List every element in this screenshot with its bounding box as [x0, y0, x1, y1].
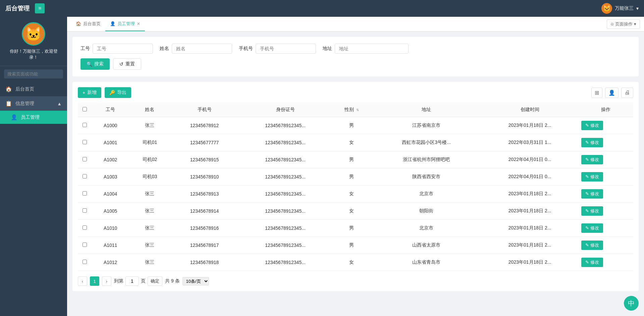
row-checkbox[interactable]: [83, 123, 87, 127]
cell-idcard: 12345678912345...: [239, 117, 331, 134]
per-page-select[interactable]: 10条/页 20条/页 50条/页: [182, 277, 209, 285]
name-input[interactable]: [172, 44, 232, 54]
sidebar-search-input[interactable]: [4, 69, 63, 78]
cell-address: 北京市: [372, 186, 481, 203]
modify-button[interactable]: ✎ 修改: [581, 155, 603, 164]
page-ops-arrow: ▾: [634, 21, 636, 27]
cell-gender: 男: [332, 168, 372, 186]
modify-button[interactable]: ✎ 修改: [581, 189, 603, 199]
cell-created: 2023年01月18日 2...: [481, 186, 579, 203]
table-row: A1010 张三 12345678916 12345678912345... 男…: [78, 220, 633, 237]
page-ops-button[interactable]: ⊙ 页面操作 ▾: [607, 19, 640, 29]
cell-op: ✎ 修改: [579, 117, 633, 134]
sidebar-item-staff-mgmt[interactable]: 👤 员工管理: [0, 111, 67, 124]
row-checkbox-cell: [78, 151, 91, 168]
tab-close-icon[interactable]: ✕: [137, 21, 140, 26]
address-input[interactable]: [335, 44, 409, 54]
modify-button[interactable]: ✎ 修改: [581, 206, 603, 216]
sidebar-group-info: 📋 信息管理 ▲ 👤 员工管理: [0, 96, 67, 124]
tabs-right: ⊙ 页面操作 ▾: [607, 19, 640, 29]
table-body: A1000 张三 12345678912 12345678912345... 男…: [78, 117, 633, 271]
tab-home-label: 后台首页: [83, 21, 101, 27]
main-layout: 🐱 你好！万能张三，欢迎登录！ 🏠 后台首页 📋 信息管理 ▲: [0, 17, 644, 316]
export-button[interactable]: 🔑 导出: [105, 87, 131, 98]
cell-phone: 12345678917: [170, 237, 239, 254]
row-checkbox-cell: [78, 134, 91, 151]
modify-button[interactable]: ✎ 修改: [581, 241, 603, 250]
workid-input[interactable]: [93, 44, 153, 54]
name-label: 姓名: [160, 46, 169, 52]
col-gender[interactable]: 性别 ⇅: [332, 103, 372, 117]
cell-address: 山西省太原市: [372, 237, 481, 254]
address-label: 地址: [323, 46, 332, 52]
cell-gender: 女: [332, 186, 372, 203]
row-checkbox[interactable]: [83, 225, 87, 230]
tab-staff-mgmt[interactable]: 👤 员工管理 ✕: [105, 17, 145, 31]
cell-op: ✎ 修改: [579, 134, 633, 151]
cell-workid: A1011: [91, 237, 129, 254]
select-all-checkbox[interactable]: [83, 107, 87, 111]
row-checkbox[interactable]: [83, 157, 87, 161]
phone-input[interactable]: [256, 44, 316, 54]
row-checkbox-cell: [78, 117, 91, 134]
grid-view-button[interactable]: ⊞: [591, 88, 602, 98]
table-header: 工号 姓名 手机号 身份证号 性别 ⇅ 地址 创建时间 操作: [78, 103, 633, 117]
sidebar-user-panel: 🐱 你好！万能张三，欢迎登录！: [0, 17, 67, 66]
page-1-button[interactable]: 1: [90, 276, 99, 286]
cell-phone: 12345678915: [170, 151, 239, 168]
search-button[interactable]: 🔍 搜索: [80, 58, 110, 70]
row-checkbox[interactable]: [83, 208, 87, 213]
reset-button[interactable]: ↺ 重置: [113, 58, 141, 70]
col-address: 地址: [372, 103, 481, 117]
next-page-button[interactable]: ›: [102, 276, 111, 286]
modify-button[interactable]: ✎ 修改: [581, 172, 603, 181]
add-button[interactable]: + 新增: [78, 87, 101, 98]
cell-gender: 男: [332, 117, 372, 134]
cell-workid: A1004: [91, 186, 129, 203]
row-checkbox[interactable]: [83, 243, 87, 247]
sidebar-item-home[interactable]: 🏠 后台首页: [0, 82, 67, 96]
cell-address: 朝阳街: [372, 203, 481, 220]
cell-phone: 12345677777: [170, 134, 239, 151]
table-row: A1011 张三 12345678917 12345678912345... 男…: [78, 237, 633, 254]
cell-phone: 12345678910: [170, 168, 239, 186]
row-checkbox-cell: [78, 203, 91, 220]
user-view-button[interactable]: 👤: [605, 88, 619, 98]
cell-workid: A1002: [91, 151, 129, 168]
cell-name: 张三: [129, 203, 170, 220]
row-checkbox[interactable]: [83, 260, 87, 264]
page-confirm-button[interactable]: 确定: [148, 276, 162, 286]
print-button[interactable]: 🖨: [621, 88, 633, 98]
cell-created: 2023年01月18日 2...: [481, 220, 579, 237]
cell-created: 2022年04月01日 0...: [481, 151, 579, 168]
goto-label: 到第: [114, 278, 123, 284]
menu-toggle-button[interactable]: ≡: [35, 3, 45, 13]
cell-workid: A1001: [91, 134, 129, 151]
row-checkbox[interactable]: [83, 174, 87, 178]
cell-address: 浙江省杭州市阿狸吧吧: [372, 151, 481, 168]
header-checkbox-col: [78, 103, 91, 117]
export-label: 导出: [117, 90, 126, 96]
col-created: 创建时间: [481, 103, 579, 117]
prev-page-button[interactable]: ‹: [78, 276, 87, 286]
modify-button[interactable]: ✎ 修改: [581, 258, 603, 267]
corner-widget[interactable]: 中: [624, 296, 639, 311]
cell-address: 陕西省西安市: [372, 168, 481, 186]
page-ops-label: ⊙ 页面操作: [610, 21, 633, 27]
tab-staff-label: 员工管理: [117, 21, 135, 27]
row-checkbox[interactable]: [83, 191, 87, 196]
col-phone: 手机号: [170, 103, 239, 117]
row-checkbox[interactable]: [83, 140, 87, 144]
modify-button[interactable]: ✎ 修改: [581, 223, 603, 233]
modify-button[interactable]: ✎ 修改: [581, 121, 603, 130]
modify-button[interactable]: ✎ 修改: [581, 138, 603, 147]
cell-phone: 12345678918: [170, 254, 239, 271]
user-avatar-top: 🐱: [601, 3, 612, 14]
tab-home[interactable]: 🏠 后台首页: [71, 17, 105, 31]
table-row: A1005 张三 12345678914 12345678912345... 女…: [78, 203, 633, 220]
col-op: 操作: [579, 103, 633, 117]
page-goto-input[interactable]: [125, 276, 139, 286]
sidebar-group-info-left: 📋 信息管理: [5, 100, 34, 107]
user-menu[interactable]: 🐱 万能张三 ▾: [601, 3, 639, 14]
sidebar-group-info-header[interactable]: 📋 信息管理 ▲: [0, 96, 67, 111]
